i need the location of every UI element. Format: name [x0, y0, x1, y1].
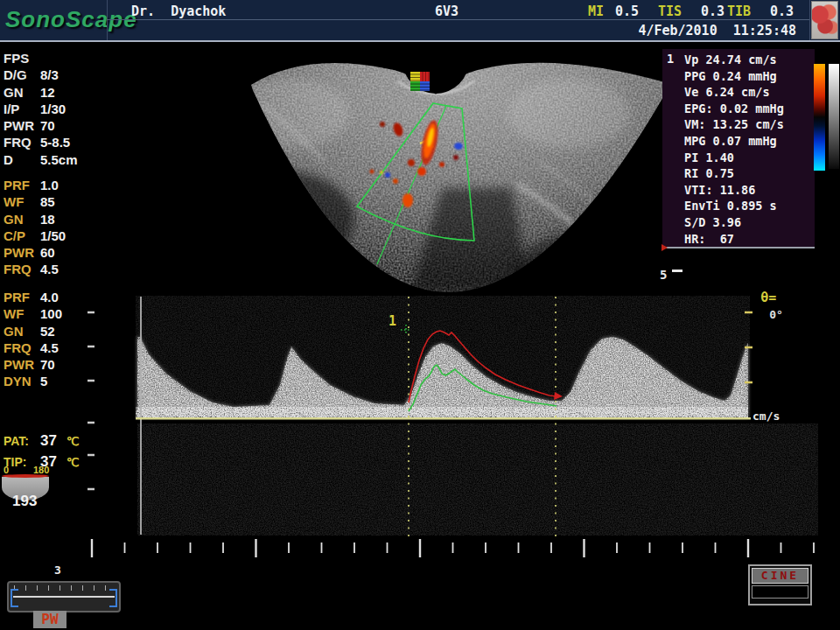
measurement-row: PI 1.40	[684, 150, 784, 166]
gauge-max-label: 180	[33, 465, 49, 475]
divider	[809, 0, 810, 40]
tis-label: TIS	[658, 4, 682, 19]
measurement-row: EPG: 0.02 mmHg	[684, 101, 784, 117]
measurement-row: RI 0.75	[684, 165, 784, 182]
divider	[107, 19, 809, 20]
param-row: I/P1/30	[4, 101, 135, 117]
scroll-track-line	[13, 596, 115, 598]
cine-button-label[interactable]: CINE	[752, 568, 808, 584]
param-row: C/P1/50	[4, 228, 135, 244]
mi-label: MI	[588, 4, 604, 19]
b-mode-params: FPS D/G8/3 GN12 I/P1/30 PWR70 FRQ5-8.5 D…	[4, 50, 135, 168]
scroll-bracket-right[interactable]	[109, 589, 117, 607]
measurement-row: Ve 6.24 cm/s	[684, 84, 784, 101]
depth-tick	[672, 270, 682, 272]
param-row: GN52	[4, 323, 135, 340]
pw-mode-params: PRF4.0 WF100 GN52 FRQ4.5 PWR70 DYN5	[4, 289, 135, 390]
angle-label: θ=	[760, 290, 776, 305]
orientation-marker-icon	[410, 72, 430, 91]
tib-value: 0.3	[770, 4, 794, 19]
patient-temp: PAT: 37 ℃	[4, 432, 80, 452]
velocity-unit-label: cm/s	[752, 410, 780, 423]
param-row: PWR70	[4, 117, 135, 134]
measurement-rows: Vp 24.74 cm/s PPG 0.24 mmHg Ve 6.24 cm/s…	[684, 52, 784, 247]
param-row: GN18	[4, 211, 135, 228]
gauge-min-label: 0	[4, 465, 9, 475]
doppler-baseline	[136, 417, 751, 420]
param-row: PWR70	[4, 356, 135, 373]
tib-label: TIB	[727, 4, 751, 19]
param-row: D/G8/3	[4, 66, 135, 83]
color-mode-params: PRF1.0 WF85 GN18 C/P1/50 PWR60 FRQ4.5	[4, 177, 135, 278]
probe-name: 6V3	[435, 4, 458, 19]
tis-value: 0.3	[701, 4, 724, 19]
color-doppler-bar	[814, 64, 825, 171]
cycle-marker: 1	[388, 313, 396, 329]
cine-button[interactable]: CINE	[748, 564, 812, 606]
measurement-row: VM: 13.25 cm/s	[684, 116, 784, 133]
param-row: FPS	[4, 50, 135, 66]
frame-number: 3	[54, 564, 61, 577]
time-ruler	[92, 539, 814, 557]
scrollbar-ruler	[14, 585, 114, 591]
param-row: DYN5	[4, 373, 135, 389]
gauge-reading: 193	[12, 493, 37, 510]
cine-frame-box	[752, 585, 808, 598]
measurement-index: 1	[667, 52, 674, 66]
panel-arrow-icon	[662, 244, 668, 251]
param-row: WF85	[4, 193, 135, 210]
pw-mode-label: PW	[33, 611, 66, 628]
measurement-row: HR: 67	[684, 231, 784, 248]
b-mode-image	[206, 27, 709, 315]
divider	[107, 0, 108, 40]
param-row: GN12	[4, 84, 135, 101]
ultrasound-screen: { "header": { "logo": "SonoScape", "doct…	[0, 0, 840, 630]
panel-underline	[662, 247, 815, 248]
param-row: WF100	[4, 305, 135, 322]
top-status-bar: SonoScape Dr. Dyachok 6V3 MI 0.5 TIS 0.3…	[0, 0, 840, 42]
angle-value: 0°	[769, 308, 783, 321]
scroll-bracket-left[interactable]	[10, 589, 18, 607]
body-mark-thumbnail	[811, 1, 838, 39]
depth-marker: 5	[660, 268, 667, 282]
param-row: D5.5cm	[4, 151, 135, 168]
param-row: FRQ4.5	[4, 261, 135, 277]
measurement-row: VTI: 11.86	[684, 182, 784, 199]
measurement-row: Vp 24.74 cm/s	[684, 52, 784, 68]
spectral-display	[88, 296, 818, 557]
param-row: PWR60	[4, 244, 135, 261]
measurement-panel: 1 Vp 24.74 cm/s PPG 0.24 mmHg Ve 6.24 cm…	[662, 49, 815, 248]
param-row: FRQ5-8.5	[4, 134, 135, 150]
datetime: 4/Feb/2010 11:25:48	[604, 23, 796, 38]
angle-readout: θ= 0°	[744, 272, 783, 322]
measurement-row: S/D 3.96	[684, 214, 784, 231]
measurement-row: MPG 0.07 mmHg	[684, 133, 784, 150]
cine-scrollbar[interactable]	[7, 581, 121, 612]
param-row: FRQ4.5	[4, 340, 135, 356]
param-row: PRF4.0	[4, 289, 135, 305]
measurement-row: EnvTi 0.895 s	[684, 198, 784, 214]
mi-value: 0.5	[615, 4, 639, 19]
param-row: PRF1.0	[4, 177, 135, 193]
grayscale-bar	[829, 64, 839, 169]
doctor-name: Dr. Dyachok	[131, 4, 226, 19]
measurement-row: PPG 0.24 mmHg	[684, 68, 784, 85]
gauge-arc	[2, 474, 49, 478]
